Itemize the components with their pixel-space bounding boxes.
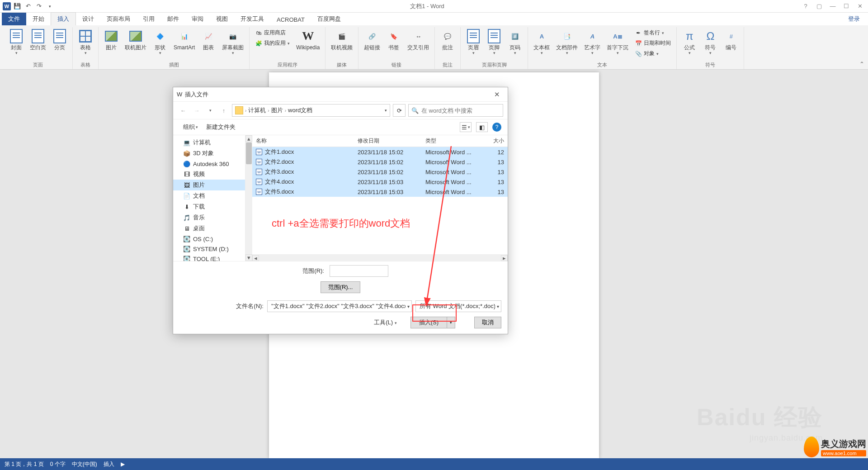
insert-dropdown-icon[interactable]: ▾ bbox=[447, 317, 455, 328]
status-macro-icon[interactable]: ▶ bbox=[121, 461, 125, 467]
help-icon[interactable]: ? bbox=[799, 2, 812, 11]
tree-item[interactable]: 🎞视频 bbox=[173, 169, 245, 180]
equation-button[interactable]: π公式▾ bbox=[679, 27, 699, 57]
tab-review[interactable]: 审阅 bbox=[185, 13, 210, 25]
save-icon[interactable]: 💾 bbox=[13, 2, 22, 11]
nav-back-icon[interactable]: ← bbox=[178, 105, 189, 116]
online-video-button[interactable]: 🎬联机视频 bbox=[328, 27, 355, 52]
hscroll-right-icon[interactable]: ▸ bbox=[501, 255, 508, 261]
number-button[interactable]: #编号 bbox=[721, 27, 741, 52]
page-break-button[interactable]: 分页 bbox=[50, 27, 70, 52]
cancel-button[interactable]: 取消 bbox=[474, 317, 501, 328]
file-row[interactable]: W文件5.docx2023/11/18 15:03Microsoft Word … bbox=[252, 187, 508, 197]
my-apps-button[interactable]: 🧩我的应用▾ bbox=[253, 38, 292, 48]
date-time-button[interactable]: 📅日期和时间 bbox=[633, 38, 673, 48]
search-box[interactable]: 🔍 bbox=[408, 104, 503, 117]
tree-item[interactable]: 💻计算机 bbox=[173, 137, 245, 148]
smartart-button[interactable]: 📊SmartArt bbox=[171, 27, 198, 52]
crossref-button[interactable]: ↔交叉引用 bbox=[405, 27, 432, 52]
insert-split-button[interactable]: 插入(S) ▾ bbox=[410, 317, 455, 328]
status-lang[interactable]: 中文(中国) bbox=[72, 461, 97, 468]
chart-button[interactable]: 📈图表 bbox=[198, 27, 218, 52]
tab-insert[interactable]: 插入 bbox=[51, 12, 76, 25]
range-button[interactable]: 范围(R)... bbox=[321, 281, 361, 293]
tab-file[interactable]: 文件 bbox=[2, 13, 26, 25]
tree-item[interactable]: 📄文档 bbox=[173, 190, 245, 201]
tab-layout[interactable]: 页面布局 bbox=[100, 13, 137, 25]
login-link[interactable]: 登录 bbox=[842, 13, 866, 25]
file-row[interactable]: W文件3.docx2023/11/18 15:02Microsoft Word … bbox=[252, 167, 508, 177]
status-mode[interactable]: 插入 bbox=[104, 461, 114, 468]
comment-button[interactable]: 💬批注 bbox=[438, 27, 458, 52]
view-mode-icon[interactable]: ☰▾ bbox=[460, 122, 472, 132]
symbol-button[interactable]: Ω符号▾ bbox=[700, 27, 720, 57]
signature-line-button[interactable]: ✒签名行▾ bbox=[633, 28, 673, 38]
scroll-down-icon[interactable]: ▾ bbox=[245, 254, 252, 261]
tree-scrollbar[interactable]: ▴ ▾ bbox=[245, 135, 252, 261]
file-row[interactable]: W文件4.docx2023/11/18 15:03Microsoft Word … bbox=[252, 177, 508, 187]
tab-developer[interactable]: 开发工具 bbox=[234, 13, 270, 25]
tree-item[interactable]: ⬇下载 bbox=[173, 201, 245, 212]
minimize-icon[interactable]: — bbox=[826, 2, 839, 11]
tab-view[interactable]: 视图 bbox=[210, 13, 234, 25]
tab-home[interactable]: 开始 bbox=[26, 13, 51, 25]
nav-up-icon[interactable]: ↑ bbox=[218, 105, 229, 116]
range-input[interactable] bbox=[330, 265, 388, 277]
scroll-thumb[interactable] bbox=[246, 142, 252, 164]
hscroll-left-icon[interactable]: ◂ bbox=[252, 255, 259, 261]
picture-button[interactable]: 图片 bbox=[101, 27, 121, 52]
table-button[interactable]: 表格▾ bbox=[75, 27, 95, 57]
file-row[interactable]: W文件1.docx2023/11/18 15:02Microsoft Word … bbox=[252, 147, 508, 157]
tree-item[interactable]: 🔵Autodesk 360 bbox=[173, 159, 245, 169]
col-date-header[interactable]: 修改日期 bbox=[354, 137, 422, 145]
tree-item[interactable]: 📦3D 对象 bbox=[173, 148, 245, 159]
close-icon[interactable]: ✕ bbox=[854, 2, 866, 11]
folder-tree[interactable]: 💻计算机📦3D 对象🔵Autodesk 360🎞视频🖼图片📄文档⬇下载🎵音乐🖥桌… bbox=[173, 135, 245, 261]
filename-combo[interactable]: "文件1.docx" "文件2.docx" "文件3.docx" "文件4.do… bbox=[267, 300, 412, 312]
file-row[interactable]: W文件2.docx2023/11/18 15:02Microsoft Word … bbox=[252, 157, 508, 167]
col-size-header[interactable]: 大小 bbox=[485, 137, 508, 145]
undo-icon[interactable]: ↶ bbox=[24, 2, 33, 11]
tab-acrobat[interactable]: ACROBAT bbox=[270, 14, 311, 25]
online-picture-button[interactable]: 联机图片 bbox=[122, 27, 149, 52]
tab-design[interactable]: 设计 bbox=[76, 13, 100, 25]
object-button[interactable]: 📎对象▾ bbox=[633, 49, 673, 58]
tree-item[interactable]: 🖼图片 bbox=[173, 180, 245, 190]
blank-page-button[interactable]: 空白页 bbox=[27, 27, 49, 52]
app-store-button[interactable]: 🛍应用商店 bbox=[253, 28, 292, 38]
wikipedia-button[interactable]: WWikipedia bbox=[293, 27, 322, 52]
tree-item[interactable]: 💽TOOL (E:) bbox=[173, 254, 245, 261]
preview-pane-icon[interactable]: ◧ bbox=[476, 122, 488, 132]
page-number-button[interactable]: #️⃣页码▾ bbox=[505, 27, 525, 57]
dropcap-button[interactable]: A≣首字下沉▾ bbox=[604, 27, 631, 57]
tree-item[interactable]: 🎵音乐 bbox=[173, 212, 245, 223]
file-list-hscroll[interactable]: ◂ ▸ bbox=[252, 254, 508, 261]
search-input[interactable] bbox=[421, 107, 500, 114]
header-button[interactable]: 页眉▾ bbox=[463, 27, 483, 57]
scroll-up-icon[interactable]: ▴ bbox=[245, 135, 252, 142]
bookmark-button[interactable]: 🔖书签 bbox=[384, 27, 404, 52]
cover-page-button[interactable]: 封面▾ bbox=[6, 27, 26, 57]
nav-history-icon[interactable]: ▾ bbox=[205, 105, 216, 116]
collapse-ribbon-icon[interactable]: ⌃ bbox=[859, 61, 864, 67]
shapes-button[interactable]: 🔷形状▾ bbox=[150, 27, 170, 57]
footer-button[interactable]: 页脚▾ bbox=[484, 27, 504, 57]
tools-menu[interactable]: 工具(L) ▾ bbox=[374, 318, 397, 327]
new-folder-button[interactable]: 新建文件夹 bbox=[206, 123, 236, 131]
breadcrumb[interactable]: ›计算机 ›图片 ›word文档 ▾ bbox=[232, 104, 390, 117]
maximize-icon[interactable]: ☐ bbox=[840, 2, 853, 11]
tree-item[interactable]: 💽SYSTEM (D:) bbox=[173, 244, 245, 254]
textbox-button[interactable]: A文本框▾ bbox=[531, 27, 552, 57]
wordart-button[interactable]: A艺术字▾ bbox=[581, 27, 603, 57]
tab-references[interactable]: 引用 bbox=[137, 13, 161, 25]
dialog-close-icon[interactable]: ✕ bbox=[490, 88, 504, 101]
insert-button[interactable]: 插入(S) bbox=[410, 317, 447, 328]
ribbon-options-icon[interactable]: ▢ bbox=[813, 2, 826, 11]
dialog-help-icon[interactable]: ? bbox=[492, 123, 501, 132]
filetype-combo[interactable]: 所有 Word 文档(*.docx;*.doc)▾ bbox=[415, 300, 501, 312]
status-page[interactable]: 第 1 页，共 1 页 bbox=[5, 461, 44, 468]
tab-mailings[interactable]: 邮件 bbox=[161, 13, 185, 25]
tree-item[interactable]: 💽OS (C:) bbox=[173, 234, 245, 244]
col-type-header[interactable]: 类型 bbox=[422, 137, 485, 145]
tree-item[interactable]: 🖥桌面 bbox=[173, 223, 245, 234]
